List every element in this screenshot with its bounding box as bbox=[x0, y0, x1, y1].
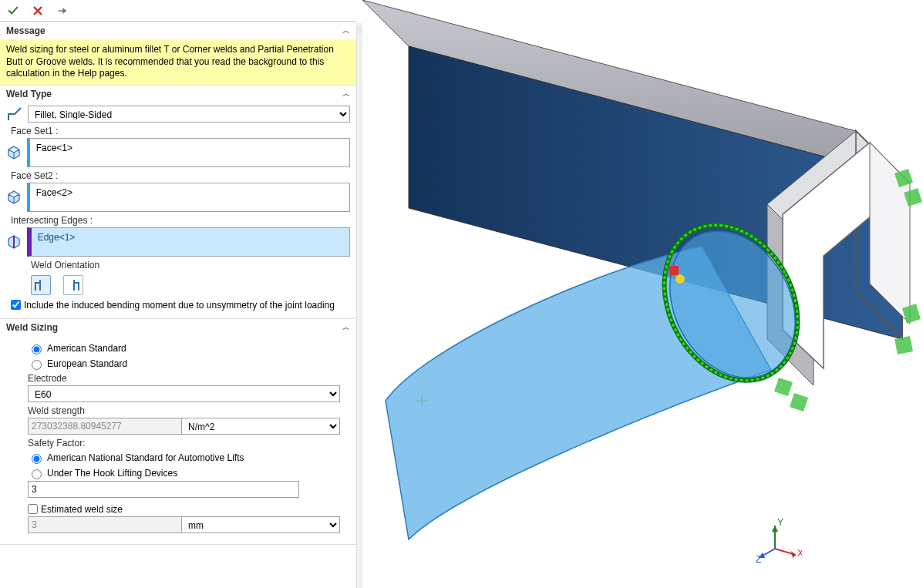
safety-automotive-radio[interactable] bbox=[32, 454, 42, 464]
safety-hook-label: Under The Hook Lifting Devices bbox=[47, 468, 177, 479]
estimated-weld-unit[interactable]: mm bbox=[182, 516, 340, 533]
orientation-option-2[interactable] bbox=[63, 275, 83, 295]
european-standard-radio[interactable] bbox=[32, 360, 42, 370]
face-set1-list[interactable]: Face<1> bbox=[27, 138, 350, 167]
svg-text:X: X bbox=[797, 548, 802, 559]
model-render bbox=[362, 0, 923, 588]
svg-point-12 bbox=[675, 274, 685, 284]
chevron-up-icon: ︿ bbox=[342, 322, 350, 333]
section-weldsizing-header[interactable]: Weld Sizing ︿ bbox=[0, 319, 356, 336]
estimated-weld-label: Estimated weld size bbox=[41, 504, 123, 515]
svg-text:Y: Y bbox=[777, 518, 783, 528]
weld-type-select[interactable]: Fillet, Single-Sided bbox=[28, 106, 350, 123]
3d-viewport[interactable]: X Y Z bbox=[362, 0, 923, 588]
include-moment-label: Include the induced bending moment due t… bbox=[24, 300, 335, 311]
face-icon bbox=[6, 189, 22, 206]
face-set2-list[interactable]: Face<2> bbox=[27, 183, 350, 212]
orientation-option-1[interactable] bbox=[31, 275, 51, 295]
svg-text:Z: Z bbox=[756, 554, 761, 564]
chevron-up-icon: ︿ bbox=[342, 89, 350, 99]
list-item[interactable]: Face<1> bbox=[33, 141, 346, 155]
section-title: Weld Sizing bbox=[6, 322, 58, 333]
weld-strength-unit[interactable]: N/m^2 bbox=[182, 418, 340, 435]
electrode-label: Electrode bbox=[28, 373, 350, 384]
section-weldtype-header[interactable]: Weld Type ︿ bbox=[0, 86, 356, 102]
intersecting-edges-list[interactable]: Edge<1> bbox=[27, 227, 350, 257]
weld-orientation-label: Weld Orientation bbox=[31, 260, 350, 270]
safety-factor-value[interactable] bbox=[28, 481, 299, 498]
weld-strength-value bbox=[28, 418, 182, 435]
view-triad[interactable]: X Y Z bbox=[756, 518, 802, 566]
face-set2-label: Face Set2 : bbox=[11, 170, 350, 181]
panel-scrollbar[interactable] bbox=[356, 23, 362, 588]
face-set1-label: Face Set1 : bbox=[11, 126, 350, 136]
american-standard-label: American Standard bbox=[47, 343, 126, 354]
safety-factor-label: Safety Factor: bbox=[28, 438, 350, 449]
message-text: Weld sizing for steel or aluminum fillet… bbox=[0, 39, 356, 85]
section-title: Message bbox=[6, 25, 45, 36]
chevron-up-icon: ︿ bbox=[342, 25, 350, 36]
european-standard-label: European Standard bbox=[47, 358, 127, 369]
safety-hook-radio[interactable] bbox=[32, 469, 42, 479]
electrode-select[interactable]: E60 bbox=[28, 385, 340, 402]
estimated-weld-value bbox=[28, 516, 182, 533]
intersecting-edges-label: Intersecting Edges : bbox=[11, 215, 350, 226]
cancel-icon[interactable] bbox=[29, 2, 46, 19]
american-standard-radio[interactable] bbox=[32, 344, 42, 354]
edge-icon bbox=[6, 234, 22, 250]
section-title: Weld Type bbox=[6, 89, 52, 99]
list-item[interactable]: Edge<1> bbox=[35, 230, 346, 244]
weld-strength-label: Weld strength bbox=[28, 405, 350, 416]
estimated-weld-checkbox[interactable] bbox=[28, 504, 38, 514]
list-item[interactable]: Face<2> bbox=[33, 186, 346, 200]
pin-icon[interactable] bbox=[54, 2, 71, 19]
face-icon bbox=[6, 144, 22, 161]
include-moment-checkbox[interactable] bbox=[11, 300, 21, 310]
safety-automotive-label: American National Standard for Automotiv… bbox=[47, 452, 244, 463]
svg-rect-11 bbox=[669, 266, 679, 275]
section-message-header[interactable]: Message ︿ bbox=[0, 22, 356, 39]
confirm-icon[interactable] bbox=[5, 2, 22, 19]
weld-type-icon bbox=[6, 106, 23, 123]
